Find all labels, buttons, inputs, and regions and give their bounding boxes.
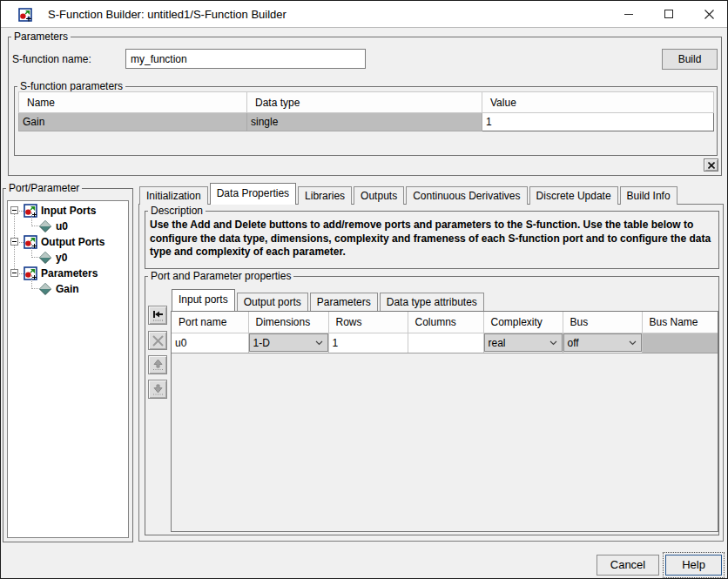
complexity-cell[interactable]: real [483, 333, 563, 353]
tree-node-parameters[interactable]: Parameters [8, 266, 128, 281]
sfunction-parameters-group-label: S-function parameters [17, 80, 125, 92]
collapse-icon[interactable] [10, 269, 18, 277]
dimensions-dropdown[interactable]: 1-D [249, 333, 328, 352]
tree-node-output-ports[interactable]: Output Ports [8, 234, 128, 250]
port-parameter-tree[interactable]: Input Ports u0 [7, 200, 129, 538]
complexity-dropdown[interactable]: real [484, 333, 563, 352]
tab-outputs[interactable]: Outputs [354, 186, 404, 205]
input-ports-table: Port name Dimensions Rows Columns Comple… [172, 312, 718, 353]
param-col-datatype: Data type [247, 92, 482, 113]
hide-pane-x-icon [708, 162, 715, 169]
port-parameter-group-label: Port/Parameter [6, 182, 82, 194]
bus-dropdown[interactable]: off [563, 333, 642, 352]
y0-diamond-icon [39, 252, 51, 264]
close-button[interactable] [689, 1, 728, 28]
main-tabstrip: Initialization Data Properties Libraries… [139, 182, 679, 205]
tree-leaf-y0[interactable]: y0 [8, 250, 128, 266]
collapse-icon[interactable] [10, 206, 18, 214]
port-row-u0: u0 1-D 1 real [172, 333, 718, 353]
tab-parameters[interactable]: Parameters [310, 293, 378, 311]
col-rows: Rows [328, 312, 408, 333]
move-down-icon [152, 383, 165, 396]
sfunction-name-label: S-function name: [12, 53, 91, 65]
minimize-button[interactable] [609, 1, 649, 28]
u0-diamond-icon [39, 220, 51, 232]
tab-output-ports[interactable]: Output ports [237, 293, 308, 311]
dimensions-cell[interactable]: 1-D [248, 333, 328, 353]
col-dimensions: Dimensions [248, 312, 328, 333]
bus-cell[interactable]: off [563, 333, 642, 353]
sfunction-parameters-group: S-function parameters Name Data type Val… [14, 86, 718, 156]
param-row-gain: Gain single 1 [19, 113, 714, 131]
chevron-down-icon [629, 340, 637, 346]
titlebar[interactable]: S-Function Builder: untitled1/S-Function… [1, 1, 727, 28]
tab-input-ports[interactable]: Input ports [172, 289, 235, 311]
description-group: Description Use the Add and Delete butto… [145, 211, 719, 269]
build-button[interactable]: Build [662, 49, 718, 70]
tab-continuous-derivatives[interactable]: Continuous Derivatives [406, 186, 527, 205]
collapse-icon[interactable] [10, 238, 18, 246]
app-icon [18, 8, 32, 22]
tab-discrete-update[interactable]: Discrete Update [529, 186, 618, 205]
chevron-down-icon [549, 340, 557, 346]
tree-leaf-u0[interactable]: u0 [8, 219, 128, 234]
help-button[interactable]: Help [665, 555, 722, 576]
description-group-label: Description [148, 205, 206, 217]
tab-data-type-attributes[interactable]: Data type attributes [380, 293, 484, 311]
port-name-cell[interactable]: u0 [172, 333, 248, 353]
maximize-button[interactable] [649, 1, 689, 28]
param-value-cell[interactable]: 1 [482, 113, 714, 131]
col-columns: Columns [408, 312, 483, 333]
add-port-icon [152, 309, 165, 322]
description-text: Use the Add and Delete buttons to add/re… [150, 219, 716, 259]
tab-initialization[interactable]: Initialization [139, 186, 208, 205]
sfunction-builder-window: S-Function Builder: untitled1/S-Function… [0, 0, 728, 579]
port-parameter-properties-group: Port and Parameter properties [145, 276, 719, 535]
delete-port-icon [152, 335, 164, 347]
tree-leaf-gain[interactable]: Gain [8, 281, 128, 297]
move-down-button[interactable] [148, 380, 167, 399]
tree-node-input-ports[interactable]: Input Ports [8, 203, 128, 219]
data-properties-panel: Description Use the Add and Delete butto… [138, 204, 724, 542]
sfunction-parameters-table: Name Data type Value Gain single 1 [18, 91, 714, 131]
chevron-down-icon [315, 340, 323, 346]
bus-name-cell [642, 333, 718, 353]
sfunction-name-input[interactable] [125, 49, 366, 69]
parameters-group-label: Parameters [11, 30, 71, 43]
col-complexity: Complexity [483, 312, 563, 333]
add-port-button[interactable] [148, 306, 167, 325]
cancel-button[interactable]: Cancel [597, 555, 659, 576]
port-parameter-properties-label: Port and Parameter properties [148, 270, 293, 282]
port-parameter-group: Port/Parameter Input Ports [3, 188, 133, 542]
move-up-icon [152, 359, 165, 372]
window-title: S-Function Builder: untitled1/S-Function… [48, 8, 286, 21]
rows-cell[interactable]: 1 [328, 333, 408, 353]
tab-libraries[interactable]: Libraries [298, 186, 352, 205]
columns-cell[interactable] [408, 333, 483, 353]
param-col-name: Name [19, 92, 247, 113]
parameters-group: Parameters S-function name: Build S-func… [8, 37, 722, 176]
hide-pane-button[interactable] [704, 158, 718, 172]
gain-diamond-icon [39, 283, 51, 295]
col-port-name: Port name [172, 312, 248, 333]
ports-tabstrip: Input ports Output ports Parameters Data… [172, 288, 486, 311]
input-ports-table-viewport[interactable]: Port name Dimensions Rows Columns Comple… [171, 311, 718, 532]
delete-port-button[interactable] [148, 331, 167, 350]
col-bus-name: Bus Name [642, 312, 718, 333]
param-datatype-cell[interactable]: single [247, 113, 482, 131]
tab-data-properties[interactable]: Data Properties [210, 183, 296, 205]
param-col-value: Value [482, 92, 714, 113]
tab-build-info[interactable]: Build Info [620, 186, 677, 205]
move-up-button[interactable] [148, 355, 167, 374]
col-bus: Bus [563, 312, 642, 333]
param-name-cell[interactable]: Gain [19, 113, 247, 131]
